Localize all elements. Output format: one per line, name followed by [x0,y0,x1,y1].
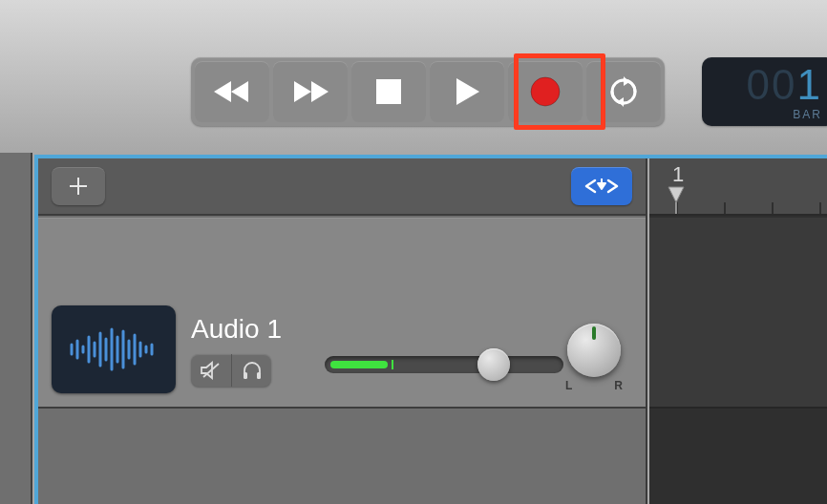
catch-playhead-button[interactable] [571,167,632,205]
rewind-icon [212,79,252,104]
transport-row: 001 BAR [0,57,827,126]
forward-button[interactable] [273,61,348,122]
track-header-toolbar [38,158,646,216]
rewind-button[interactable] [195,61,269,122]
track-row[interactable]: Audio 1 L R [38,218,646,409]
input-monitor-button[interactable] [231,354,271,387]
arrange-area: Audio 1 L R [34,155,827,504]
catch-playhead-icon [583,176,620,197]
plus-icon [68,176,89,197]
cycle-button[interactable] [586,61,661,122]
stop-icon [374,77,403,106]
pan-right-label: R [614,379,623,392]
pan-control: L R [560,324,628,392]
play-button[interactable] [430,61,504,122]
volume-slider[interactable] [325,356,563,373]
play-icon [453,76,481,107]
svg-rect-20 [257,372,261,379]
lcd-display[interactable]: 001 BAR [702,57,827,126]
playhead-line [675,202,677,216]
ruler-tick [819,202,821,214]
left-edge [0,153,32,504]
volume-knob[interactable] [477,348,510,381]
record-button[interactable] [508,61,583,122]
stop-button[interactable] [351,61,426,122]
lcd-position: 001 [747,64,822,106]
track-meta: Audio 1 [191,314,282,387]
forward-icon [290,79,330,104]
mute-button[interactable] [191,354,231,387]
track-header-below [38,410,646,504]
playhead-icon [667,185,686,204]
svg-line-18 [203,364,219,377]
ruler[interactable]: 1 [649,158,827,216]
pan-labels: L R [560,377,628,392]
record-icon [529,75,562,108]
playhead[interactable] [667,185,686,204]
lcd-label: BAR [793,108,822,121]
pan-knob[interactable] [567,324,621,377]
mute-icon [200,361,223,380]
ruler-tick [772,202,774,214]
volume-meter [330,361,388,368]
volume-meter-peak [392,360,393,369]
add-track-button[interactable] [52,167,105,205]
waveform-icon [66,324,161,375]
timeline[interactable]: 1 [649,158,827,504]
headphones-icon [241,361,264,380]
transport-controls [191,57,665,126]
ruler-bar-1: 1 [672,162,684,187]
track-lane[interactable] [649,218,827,409]
cycle-icon [606,76,641,107]
svg-rect-19 [244,372,247,379]
pan-left-label: L [565,379,572,392]
track-name[interactable]: Audio 1 [191,314,282,345]
ruler-tick [724,202,726,214]
svg-rect-0 [376,79,401,104]
track-toggles [191,354,271,387]
track-header-panel: Audio 1 L R [38,158,647,504]
timeline-below [649,410,827,504]
track-icon[interactable] [52,305,176,393]
